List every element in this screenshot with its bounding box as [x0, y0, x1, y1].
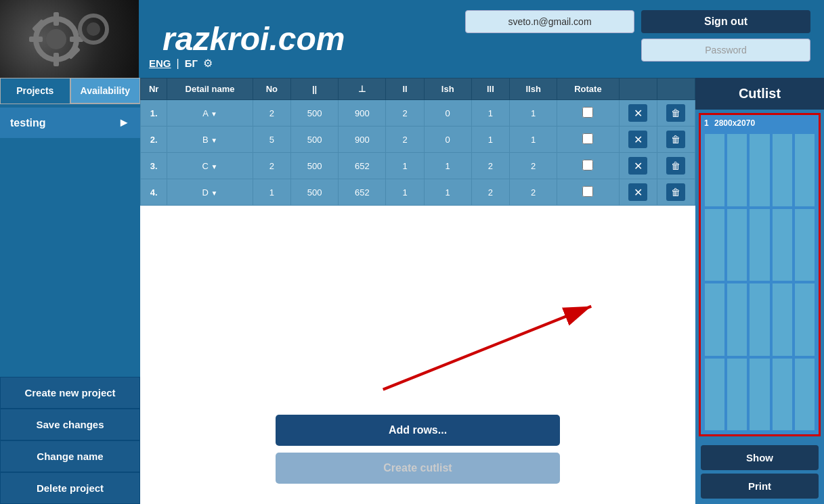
- col-x-action: [619, 78, 657, 100]
- detail-name-cell[interactable]: C ▼: [167, 153, 253, 179]
- delete-row-button[interactable]: 🗑: [666, 183, 685, 201]
- ilsh-cell[interactable]: 1: [510, 100, 557, 127]
- gear-icon: [16, 2, 124, 76]
- cutlist-cell: [704, 133, 725, 207]
- bottom-buttons: Add rows... Create cutlist: [276, 415, 560, 484]
- signout-button[interactable]: Sign out: [641, 10, 810, 33]
- ll-cell[interactable]: 500: [290, 100, 338, 127]
- change-name-button[interactable]: Change name: [0, 440, 140, 472]
- tab-projects[interactable]: Projects: [0, 78, 70, 104]
- svg-line-11: [383, 306, 592, 390]
- perp-cell[interactable]: 900: [339, 127, 386, 153]
- trash-action-cell[interactable]: 🗑: [657, 179, 695, 206]
- sidebar-tabs: Projects Availability: [0, 78, 140, 104]
- ll-cell[interactable]: 500: [290, 179, 338, 206]
- detail-name-cell[interactable]: B ▼: [167, 127, 253, 153]
- remove-button[interactable]: ✕: [628, 157, 647, 175]
- table-row: 4. D ▼ 1 500 652 1 1 2 2 ✕ 🗑: [141, 179, 695, 206]
- sidebar-bottom-buttons: Create new project Save changes Change n…: [0, 377, 140, 504]
- ish-cell[interactable]: 0: [424, 127, 471, 153]
- perp-cell[interactable]: 652: [339, 179, 386, 206]
- rotate-checkbox[interactable]: [582, 186, 593, 197]
- remove-button[interactable]: ✕: [628, 104, 647, 122]
- x-action-cell[interactable]: ✕: [619, 153, 657, 179]
- rotate-cell[interactable]: [557, 153, 619, 179]
- remove-button[interactable]: ✕: [628, 183, 647, 201]
- delete-project-button[interactable]: Delete project: [0, 472, 140, 504]
- gear-background: [0, 0, 139, 78]
- row-number: 2.: [141, 127, 167, 153]
- rotate-checkbox[interactable]: [582, 160, 593, 170]
- delete-row-button[interactable]: 🗑: [666, 104, 685, 122]
- cutlist-cell: [727, 208, 747, 282]
- delete-row-button[interactable]: 🗑: [666, 131, 685, 148]
- ll-cell[interactable]: 500: [290, 153, 338, 179]
- cutlist-grid: [704, 133, 815, 431]
- perp-cell[interactable]: 900: [339, 100, 386, 127]
- x-action-cell[interactable]: ✕: [619, 127, 657, 153]
- ish-cell[interactable]: 0: [424, 100, 471, 127]
- cutlist-panel: Cutlist 1 2800x2070: [695, 78, 824, 504]
- language-bar: ENG | БГ ⚙: [149, 57, 213, 70]
- col-ish: lsh: [424, 78, 471, 100]
- no-cell[interactable]: 1: [253, 179, 290, 206]
- rotate-checkbox[interactable]: [582, 133, 593, 144]
- chevron-right-icon: ►: [118, 116, 130, 130]
- show-button[interactable]: Show: [701, 445, 819, 470]
- svg-point-1: [46, 29, 66, 49]
- svg-rect-2: [53, 12, 59, 26]
- lang-eng[interactable]: ENG: [149, 58, 171, 69]
- trash-action-cell[interactable]: 🗑: [657, 127, 695, 153]
- add-rows-button[interactable]: Add rows...: [276, 415, 560, 446]
- detail-name-cell[interactable]: D ▼: [167, 179, 253, 206]
- table-wrapper: Nr Detail name No || ⊥ ll lsh lll llsh R…: [140, 78, 695, 206]
- save-changes-button[interactable]: Save changes: [0, 409, 140, 440]
- ill-cell[interactable]: 2: [471, 179, 509, 206]
- trash-action-cell[interactable]: 🗑: [657, 100, 695, 127]
- ill-cell[interactable]: 2: [471, 153, 509, 179]
- no-cell[interactable]: 2: [253, 153, 290, 179]
- dropdown-arrow-icon: ▼: [211, 163, 218, 170]
- project-name: testing: [10, 117, 45, 129]
- x-action-cell[interactable]: ✕: [619, 100, 657, 127]
- ilsh-cell[interactable]: 1: [510, 127, 557, 153]
- ill-cell[interactable]: 1: [471, 100, 509, 127]
- rotate-cell[interactable]: [557, 100, 619, 127]
- ish-cell[interactable]: 1: [424, 179, 471, 206]
- ilsh-cell[interactable]: 2: [510, 153, 557, 179]
- create-cutlist-button[interactable]: Create cutlist: [276, 453, 560, 484]
- no-cell[interactable]: 5: [253, 127, 290, 153]
- create-new-project-button[interactable]: Create new project: [0, 377, 140, 409]
- x-action-cell[interactable]: ✕: [619, 179, 657, 206]
- no-cell[interactable]: 2: [253, 100, 290, 127]
- col-no: No: [253, 78, 290, 100]
- delete-row-button[interactable]: 🗑: [666, 157, 685, 175]
- password-button[interactable]: Password: [641, 39, 810, 62]
- trash-action-cell[interactable]: 🗑: [657, 153, 695, 179]
- il-cell[interactable]: 2: [386, 127, 424, 153]
- rotate-checkbox[interactable]: [582, 107, 593, 118]
- perp-cell[interactable]: 652: [339, 153, 386, 179]
- col-detail-name: Detail name: [167, 78, 253, 100]
- remove-button[interactable]: ✕: [628, 131, 647, 148]
- ish-cell[interactable]: 1: [424, 153, 471, 179]
- ill-cell[interactable]: 1: [471, 127, 509, 153]
- print-button[interactable]: Print: [701, 474, 819, 499]
- detail-name-cell[interactable]: A ▼: [167, 100, 253, 127]
- il-cell[interactable]: 2: [386, 100, 424, 127]
- project-item-testing[interactable]: testing ►: [0, 108, 140, 138]
- tab-availability[interactable]: Availability: [70, 78, 141, 104]
- ilsh-cell[interactable]: 2: [510, 179, 557, 206]
- settings-icon[interactable]: ⚙: [203, 57, 213, 70]
- row-number: 4.: [141, 179, 167, 206]
- cutlist-cell: [772, 283, 793, 357]
- row-number: 3.: [141, 153, 167, 179]
- email-display: sveto.n@gmail.com: [465, 10, 634, 33]
- il-cell[interactable]: 1: [386, 179, 424, 206]
- lang-bg[interactable]: БГ: [185, 58, 198, 69]
- rotate-cell[interactable]: [557, 127, 619, 153]
- rotate-cell[interactable]: [557, 179, 619, 206]
- cutlist-cell: [749, 358, 770, 432]
- il-cell[interactable]: 1: [386, 153, 424, 179]
- ll-cell[interactable]: 500: [290, 127, 338, 153]
